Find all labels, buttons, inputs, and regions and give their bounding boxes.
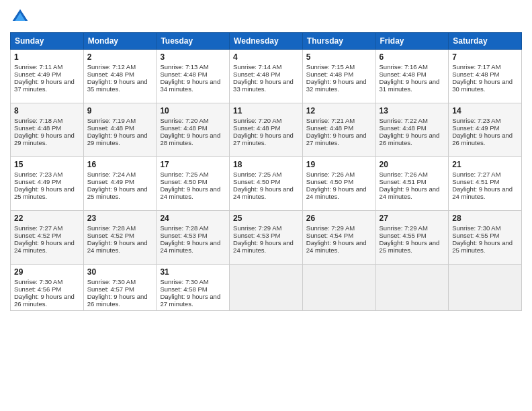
sunset-label: Sunset: 4:52 PM	[14, 232, 61, 239]
sunrise-label: Sunrise: 7:17 AM	[452, 63, 500, 71]
sunrise-label: Sunrise: 7:30 AM	[14, 278, 62, 285]
sunrise-label: Sunrise: 7:18 AM	[14, 117, 62, 124]
sunset-label: Sunset: 4:48 PM	[306, 124, 353, 132]
table-row: 7 Sunrise: 7:17 AM Sunset: 4:48 PM Dayli…	[449, 50, 522, 103]
sunrise-label: Sunrise: 7:15 AM	[306, 63, 355, 71]
sunset-label: Sunset: 4:48 PM	[87, 124, 134, 132]
sunset-label: Sunset: 4:49 PM	[14, 71, 61, 78]
table-row: 4 Sunrise: 7:14 AM Sunset: 4:48 PM Dayli…	[230, 50, 303, 103]
sunset-label: Sunset: 4:54 PM	[306, 232, 353, 239]
sunrise-label: Sunrise: 7:20 AM	[233, 117, 281, 124]
daylight-label: Daylight: 9 hours and 24 minutes.	[160, 185, 220, 200]
day-number: 23	[87, 214, 153, 223]
table-row: 16 Sunrise: 7:24 AM Sunset: 4:49 PM Dayl…	[83, 157, 157, 211]
day-number: 1	[14, 52, 80, 62]
daylight-label: Daylight: 9 hours and 24 minutes.	[306, 185, 367, 200]
table-row	[302, 265, 375, 311]
sunset-label: Sunset: 4:48 PM	[380, 124, 427, 132]
col-thursday: Thursday	[302, 33, 375, 50]
daylight-label: Daylight: 9 hours and 25 minutes.	[14, 185, 75, 200]
col-monday: Monday	[83, 33, 157, 50]
sunrise-label: Sunrise: 7:23 AM	[452, 117, 500, 124]
sunrise-label: Sunrise: 7:21 AM	[306, 117, 355, 124]
sunrise-label: Sunrise: 7:28 AM	[160, 224, 208, 232]
table-row: 25 Sunrise: 7:29 AM Sunset: 4:53 PM Dayl…	[230, 211, 303, 265]
sunrise-label: Sunrise: 7:26 AM	[306, 171, 355, 178]
daylight-label: Daylight: 9 hours and 26 minutes.	[452, 132, 513, 146]
daylight-label: Daylight: 9 hours and 24 minutes.	[233, 239, 294, 254]
sunrise-label: Sunrise: 7:28 AM	[87, 224, 136, 232]
day-number: 9	[87, 106, 153, 116]
daylight-label: Daylight: 9 hours and 26 minutes.	[87, 293, 148, 308]
sunrise-label: Sunrise: 7:30 AM	[87, 278, 136, 285]
col-tuesday: Tuesday	[157, 33, 230, 50]
daylight-label: Daylight: 9 hours and 31 minutes.	[380, 78, 440, 93]
daylight-label: Daylight: 9 hours and 33 minutes.	[233, 78, 294, 93]
table-row: 6 Sunrise: 7:16 AM Sunset: 4:48 PM Dayli…	[375, 50, 449, 103]
sunset-label: Sunset: 4:57 PM	[87, 285, 134, 293]
day-number: 16	[87, 160, 153, 169]
table-row: 27 Sunrise: 7:29 AM Sunset: 4:55 PM Dayl…	[375, 211, 449, 265]
daylight-label: Daylight: 9 hours and 24 minutes.	[452, 185, 513, 200]
col-sunday: Sunday	[11, 33, 84, 50]
day-number: 12	[306, 106, 372, 116]
sunset-label: Sunset: 4:51 PM	[452, 178, 499, 185]
daylight-label: Daylight: 9 hours and 29 minutes.	[14, 132, 75, 146]
table-row: 14 Sunrise: 7:23 AM Sunset: 4:49 PM Dayl…	[449, 103, 522, 157]
sunrise-label: Sunrise: 7:25 AM	[160, 171, 208, 178]
sunrise-label: Sunrise: 7:24 AM	[87, 171, 136, 178]
sunset-label: Sunset: 4:55 PM	[380, 232, 427, 239]
col-wednesday: Wednesday	[230, 33, 303, 50]
col-friday: Friday	[375, 33, 449, 50]
table-row: 24 Sunrise: 7:28 AM Sunset: 4:53 PM Dayl…	[157, 211, 230, 265]
daylight-label: Daylight: 9 hours and 32 minutes.	[306, 78, 367, 93]
table-row: 20 Sunrise: 7:26 AM Sunset: 4:51 PM Dayl…	[375, 157, 449, 211]
daylight-label: Daylight: 9 hours and 29 minutes.	[87, 132, 148, 146]
logo	[10, 7, 33, 27]
sunrise-label: Sunrise: 7:25 AM	[233, 171, 281, 178]
day-number: 18	[233, 160, 299, 169]
table-row: 8 Sunrise: 7:18 AM Sunset: 4:48 PM Dayli…	[11, 103, 84, 157]
table-row: 18 Sunrise: 7:25 AM Sunset: 4:50 PM Dayl…	[230, 157, 303, 211]
day-number: 10	[160, 106, 226, 116]
sunrise-label: Sunrise: 7:11 AM	[14, 63, 62, 71]
daylight-label: Daylight: 9 hours and 35 minutes.	[87, 78, 148, 93]
sunrise-label: Sunrise: 7:30 AM	[452, 224, 500, 232]
sunrise-label: Sunrise: 7:29 AM	[306, 224, 355, 232]
daylight-label: Daylight: 9 hours and 25 minutes.	[452, 239, 513, 254]
daylight-label: Daylight: 9 hours and 24 minutes.	[160, 239, 220, 254]
table-row: 26 Sunrise: 7:29 AM Sunset: 4:54 PM Dayl…	[302, 211, 375, 265]
sunset-label: Sunset: 4:48 PM	[233, 124, 280, 132]
table-row: 9 Sunrise: 7:19 AM Sunset: 4:48 PM Dayli…	[83, 103, 157, 157]
sunset-label: Sunset: 4:49 PM	[14, 178, 61, 185]
col-saturday: Saturday	[449, 33, 522, 50]
sunset-label: Sunset: 4:50 PM	[160, 178, 207, 185]
day-number: 26	[306, 214, 372, 223]
day-number: 25	[233, 214, 299, 223]
sunset-label: Sunset: 4:55 PM	[452, 232, 499, 239]
calendar-table: Sunday Monday Tuesday Wednesday Thursday…	[10, 32, 522, 311]
sunrise-label: Sunrise: 7:29 AM	[380, 224, 428, 232]
daylight-label: Daylight: 9 hours and 24 minutes.	[87, 239, 148, 254]
daylight-label: Daylight: 9 hours and 28 minutes.	[160, 132, 220, 146]
table-row: 2 Sunrise: 7:12 AM Sunset: 4:48 PM Dayli…	[83, 50, 157, 103]
sunrise-label: Sunrise: 7:27 AM	[14, 224, 62, 232]
daylight-label: Daylight: 9 hours and 27 minutes.	[160, 293, 220, 308]
day-number: 4	[233, 52, 299, 62]
sunset-label: Sunset: 4:58 PM	[160, 285, 207, 293]
day-number: 2	[87, 52, 153, 62]
sunrise-label: Sunrise: 7:16 AM	[380, 63, 428, 71]
sunrise-label: Sunrise: 7:14 AM	[233, 63, 281, 71]
sunset-label: Sunset: 4:48 PM	[380, 71, 427, 78]
sunset-label: Sunset: 4:50 PM	[233, 178, 280, 185]
day-number: 5	[306, 52, 372, 62]
sunrise-label: Sunrise: 7:26 AM	[380, 171, 428, 178]
day-number: 14	[452, 106, 518, 116]
calendar-header-row: Sunday Monday Tuesday Wednesday Thursday…	[11, 33, 522, 50]
day-number: 3	[160, 52, 226, 62]
sunrise-label: Sunrise: 7:27 AM	[452, 171, 500, 178]
daylight-label: Daylight: 9 hours and 24 minutes.	[380, 185, 440, 200]
day-number: 19	[306, 160, 372, 169]
day-number: 7	[452, 52, 518, 62]
day-number: 22	[14, 214, 80, 223]
